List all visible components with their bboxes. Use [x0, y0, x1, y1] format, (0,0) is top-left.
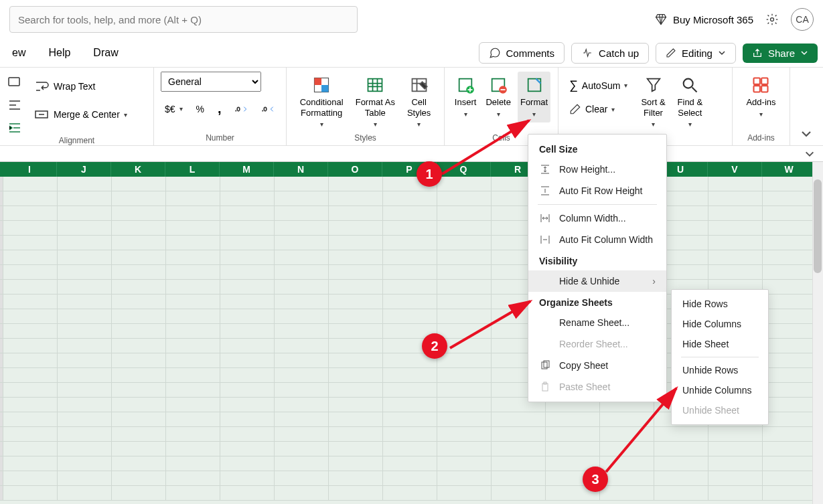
cell[interactable]: [763, 339, 817, 353]
cell[interactable]: [58, 221, 112, 235]
cell[interactable]: [166, 324, 220, 338]
cell[interactable]: [708, 250, 763, 264]
cell[interactable]: [58, 486, 112, 500]
cell[interactable]: [437, 398, 492, 412]
cell[interactable]: [383, 486, 437, 500]
cell[interactable]: [58, 309, 112, 323]
gear-icon[interactable]: [765, 13, 779, 26]
comma-button[interactable]: ,: [214, 98, 226, 119]
cell[interactable]: [58, 353, 112, 367]
conditional-formatting-button[interactable]: Conditional Formatting: [297, 72, 346, 133]
cell[interactable]: [329, 236, 383, 250]
cell[interactable]: [708, 265, 763, 279]
cell[interactable]: [220, 324, 275, 338]
cell[interactable]: [763, 191, 817, 205]
cell[interactable]: [112, 471, 166, 485]
cell[interactable]: [383, 412, 437, 426]
cell[interactable]: [3, 295, 58, 309]
editing-mode-button[interactable]: Editing: [656, 43, 736, 64]
cell[interactable]: [112, 221, 166, 235]
indent-decrease-icon[interactable]: [7, 97, 23, 113]
cell[interactable]: [220, 221, 275, 235]
cell[interactable]: [329, 250, 383, 264]
cell[interactable]: [275, 295, 329, 309]
column-header[interactable]: N: [274, 162, 328, 177]
menu-autofit-row[interactable]: Auto Fit Row Height: [528, 180, 666, 201]
cell[interactable]: [329, 191, 383, 205]
cell[interactable]: [166, 221, 220, 235]
cell[interactable]: [383, 383, 437, 397]
collapse-ribbon-icon[interactable]: [800, 128, 812, 140]
cell[interactable]: [3, 427, 58, 441]
scrollbar-thumb[interactable]: [814, 179, 822, 273]
column-header[interactable]: Q: [437, 162, 491, 177]
cell[interactable]: [329, 383, 383, 397]
cell[interactable]: [3, 236, 58, 250]
cell[interactable]: [600, 456, 654, 471]
cell[interactable]: [166, 368, 220, 382]
cell[interactable]: [383, 309, 437, 323]
cell[interactable]: [383, 368, 437, 382]
cell[interactable]: [275, 280, 329, 294]
cell[interactable]: [437, 236, 492, 250]
cell[interactable]: [220, 412, 275, 426]
sort-filter-button[interactable]: Sort & Filter: [638, 72, 668, 133]
cell[interactable]: [3, 456, 58, 471]
cell[interactable]: [329, 398, 383, 412]
cell[interactable]: [275, 206, 329, 220]
cell[interactable]: [166, 412, 220, 426]
cell[interactable]: [763, 471, 817, 485]
cell[interactable]: [112, 339, 166, 353]
cell[interactable]: [329, 427, 383, 441]
column-header[interactable]: J: [57, 162, 111, 177]
cell[interactable]: [275, 250, 329, 264]
menu-copy-sheet[interactable]: Copy Sheet: [528, 355, 666, 376]
column-header[interactable]: O: [328, 162, 382, 177]
cell[interactable]: [166, 383, 220, 397]
find-select-button[interactable]: Find & Select: [675, 72, 706, 133]
cell[interactable]: [329, 309, 383, 323]
cell[interactable]: [58, 427, 112, 441]
cell[interactable]: [112, 250, 166, 264]
indent-increase-icon[interactable]: [7, 120, 23, 136]
cell[interactable]: [220, 295, 275, 309]
cell[interactable]: [546, 442, 600, 456]
cell[interactable]: [600, 427, 654, 441]
number-format-select[interactable]: General: [161, 72, 261, 92]
cell[interactable]: [275, 353, 329, 367]
cell-styles-button[interactable]: Cell Styles: [404, 72, 433, 133]
cell[interactable]: [329, 412, 383, 426]
column-header[interactable]: V: [708, 162, 762, 177]
cell[interactable]: [112, 427, 166, 441]
cell[interactable]: [600, 442, 654, 456]
cell[interactable]: [166, 398, 220, 412]
cell[interactable]: [3, 221, 58, 235]
cell[interactable]: [383, 236, 437, 250]
cell[interactable]: [708, 471, 763, 485]
cell[interactable]: [166, 442, 220, 456]
cell[interactable]: [220, 383, 275, 397]
cell[interactable]: [763, 221, 817, 235]
cell[interactable]: [166, 191, 220, 205]
cell[interactable]: [58, 295, 112, 309]
cell[interactable]: [220, 427, 275, 441]
cell[interactable]: [763, 383, 817, 397]
cell[interactable]: [763, 368, 817, 382]
cell[interactable]: [275, 309, 329, 323]
cell[interactable]: [437, 442, 492, 456]
cell[interactable]: [329, 486, 383, 500]
comments-button[interactable]: Comments: [479, 42, 565, 64]
cell[interactable]: [112, 368, 166, 382]
cell[interactable]: [275, 486, 329, 500]
cell[interactable]: [3, 471, 58, 485]
column-header[interactable]: M: [220, 162, 274, 177]
cell[interactable]: [58, 324, 112, 338]
cell[interactable]: [3, 265, 58, 279]
cell[interactable]: [763, 309, 817, 323]
cell[interactable]: [112, 191, 166, 205]
cell[interactable]: [708, 442, 763, 456]
cell[interactable]: [275, 236, 329, 250]
cell[interactable]: [112, 280, 166, 294]
cell[interactable]: [275, 412, 329, 426]
column-header[interactable]: L: [165, 162, 220, 177]
